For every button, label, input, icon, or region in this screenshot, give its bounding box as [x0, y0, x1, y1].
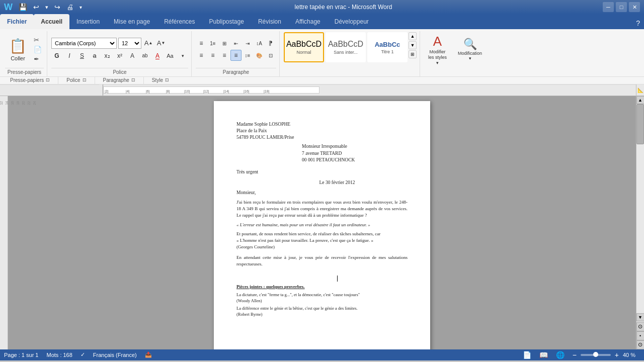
paste-icon: 📋	[9, 38, 27, 54]
para-expand-icon[interactable]: ⊡	[131, 77, 135, 82]
style-scroll: ▲ ▼ ⊞	[409, 32, 417, 58]
shading-btn[interactable]: 🎨	[254, 50, 265, 61]
font-size-up-btn[interactable]: A▲	[143, 38, 154, 49]
zoom-out-btn[interactable]: −	[571, 350, 579, 359]
vertical-scrollbar[interactable]: ▲ ▼ ⊙ • ⊙	[636, 96, 644, 349]
copy-btn[interactable]: 📄	[32, 45, 44, 54]
clipboard-expand-icon[interactable]: ⊡	[46, 77, 50, 82]
align-justify-btn[interactable]: ≡	[230, 50, 242, 61]
list-multi-btn[interactable]: ⊞	[219, 38, 230, 49]
style-scroll-down-btn[interactable]: ▼	[409, 41, 417, 49]
font-label: Police	[51, 68, 188, 76]
clear-format-btn[interactable]: A	[127, 50, 138, 61]
language-info[interactable]: Français (France)	[93, 352, 137, 358]
style-scroll-up-btn[interactable]: ▲	[409, 32, 417, 40]
tab-insertion[interactable]: Insertion	[69, 14, 107, 29]
superscript-btn[interactable]: x²	[114, 50, 125, 61]
modifier-styles-btn[interactable]: A Modifierles styles ▾	[424, 32, 451, 67]
font-size-select[interactable]: 12 891011 14161820	[118, 38, 141, 49]
paste-btn[interactable]: 📋 Coller	[5, 32, 31, 67]
font-case-btn[interactable]: Aa	[165, 50, 176, 61]
style-titre1-card[interactable]: AaBbCc Titre 1	[367, 32, 408, 62]
style-section-label: Style ⊡	[144, 77, 177, 84]
save-quick-btn[interactable]: 💾	[17, 2, 29, 12]
recipient-block: Monsieur Irresponsable 7 avenue TRETARD …	[302, 143, 408, 163]
indent-more-btn[interactable]: ⇥	[242, 38, 253, 49]
window-controls[interactable]: ─ □ ✕	[603, 2, 640, 12]
modification-icon: 🔍	[463, 38, 477, 51]
more-quick-btn[interactable]: ▾	[77, 4, 84, 11]
quick-access-toolbar[interactable]: W 💾 ↩ ▾ ↪ 🖨 ▾	[4, 2, 84, 13]
paste-label: Coller	[11, 55, 25, 61]
highlight-btn[interactable]: ab	[139, 50, 150, 61]
redo-quick-btn[interactable]: ↪	[52, 2, 62, 12]
tab-developpeur[interactable]: Développeur	[328, 14, 376, 29]
style-titre1-preview: AaBbCc	[375, 41, 400, 48]
view-web-btn[interactable]: 🌐	[554, 350, 567, 359]
view-normal-btn[interactable]: 📄	[521, 350, 533, 359]
list-number-btn[interactable]: 1≡	[207, 38, 218, 49]
italic-btn[interactable]: I	[64, 50, 75, 61]
tab-fichier[interactable]: Fichier	[0, 14, 34, 29]
border-btn[interactable]: ⊡	[265, 50, 276, 61]
sort-btn[interactable]: ↕A	[254, 38, 265, 49]
bold-btn[interactable]: G	[51, 50, 62, 61]
subscript-btn[interactable]: x₂	[102, 50, 113, 61]
tab-affichage[interactable]: Affichage	[288, 14, 328, 29]
spell-check-icon[interactable]: ✓	[80, 351, 85, 358]
ruler-track: |2| |4| |6| |8| |10| |12| |14| |16| |18|	[103, 86, 319, 94]
scroll-thumb[interactable]	[636, 104, 644, 144]
print-quick-btn[interactable]: 🖨	[64, 2, 75, 12]
upload-icon[interactable]: 📤	[145, 351, 152, 358]
style-expand-btn[interactable]: ⊞	[409, 50, 417, 58]
scroll-track[interactable]	[636, 104, 644, 313]
maximize-btn[interactable]: □	[616, 2, 627, 12]
zoom-in-btn[interactable]: +	[613, 350, 621, 359]
undo-quick-btn[interactable]: ↩	[31, 2, 41, 12]
help-btn[interactable]: ?	[632, 17, 644, 29]
tab-publipostage[interactable]: Publipostage	[202, 14, 251, 29]
ruler-settings-btn[interactable]: 📐	[636, 84, 644, 96]
tab-revision[interactable]: Révision	[251, 14, 288, 29]
font-size-down-btn[interactable]: A▼	[155, 38, 167, 49]
style-expand-icon[interactable]: ⊡	[165, 77, 169, 82]
indent-less-btn[interactable]: ⇤	[230, 38, 242, 49]
list-bullet-btn[interactable]: ≡	[196, 38, 207, 49]
font-name-select[interactable]: Cambria (Corps) Arial Times New Roman	[51, 38, 117, 49]
cut-btn[interactable]: ✂	[32, 36, 44, 44]
scroll-browse-up-btn[interactable]: ⊙	[636, 322, 645, 331]
tab-mise-en-page[interactable]: Mise en page	[107, 14, 157, 29]
line-spacing-btn[interactable]: ↕≡	[242, 50, 253, 61]
font-case-arrow-btn[interactable]: ▾	[177, 50, 188, 61]
font-expand-icon[interactable]: ⊡	[83, 77, 87, 82]
align-left-btn[interactable]: ≡	[196, 50, 207, 61]
view-reading-btn[interactable]: 📖	[537, 350, 550, 359]
scroll-down-btn[interactable]: ▼	[636, 313, 645, 321]
tab-references[interactable]: Références	[157, 14, 202, 29]
minimize-btn[interactable]: ─	[603, 2, 614, 12]
modification-arrow: ▾	[469, 56, 471, 61]
document-page[interactable]: Madame Sophie LOSOPHE Place de la Paix 5…	[214, 101, 430, 349]
zoom-level[interactable]: 40 %	[623, 352, 640, 358]
zoom-slider[interactable]	[581, 354, 611, 356]
undo-arrow-btn[interactable]: ▾	[43, 3, 50, 12]
tab-accueil[interactable]: Accueil	[34, 14, 69, 29]
modification-btn[interactable]: 🔍 Modification ▾	[454, 36, 486, 62]
close-btn[interactable]: ✕	[629, 2, 640, 12]
align-center-btn[interactable]: ≡	[207, 50, 218, 61]
pilcrow-btn[interactable]: ⁋	[265, 38, 276, 49]
clipboard-label: Presse-papiers	[5, 68, 44, 76]
scroll-select-browse-btn[interactable]: •	[636, 331, 645, 340]
style-normal-card[interactable]: AaBbCcD Normal	[284, 32, 324, 62]
pieces-title: Pièces jointes : quelques proverbes.	[236, 284, 408, 291]
format-painter-btn[interactable]: ✒	[32, 55, 44, 63]
scroll-browse-down-btn[interactable]: ⊙	[636, 340, 645, 349]
modification-label: Modification	[458, 51, 482, 56]
scroll-up-btn[interactable]: ▲	[636, 96, 645, 104]
font-color-btn[interactable]: A	[152, 50, 163, 61]
strikethrough-btn[interactable]: a	[89, 50, 100, 61]
style-sans-inter-card[interactable]: AaBbCcD Sans inter...	[326, 32, 366, 62]
modifier-arrow: ▾	[436, 60, 439, 65]
underline-btn[interactable]: S	[76, 50, 88, 61]
align-right-btn[interactable]: ≡	[219, 50, 230, 61]
